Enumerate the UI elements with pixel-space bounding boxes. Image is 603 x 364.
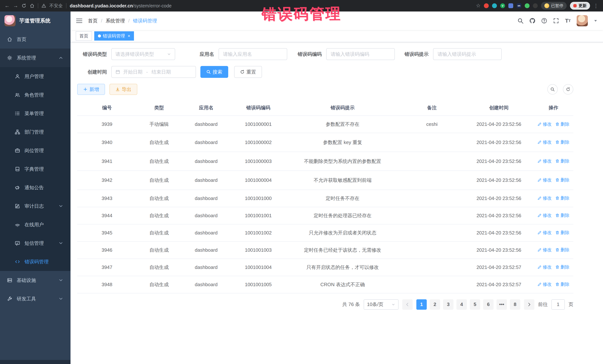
extension-icon[interactable] — [533, 3, 538, 8]
edit-link[interactable]: 修改 — [537, 139, 552, 145]
edit-link[interactable]: 修改 — [537, 212, 552, 218]
extension-icon[interactable] — [492, 3, 497, 8]
help-icon[interactable] — [541, 18, 547, 24]
edit-link[interactable]: 修改 — [537, 247, 552, 253]
bookmark-star-icon[interactable]: ☆ — [476, 3, 481, 8]
sidebar-item-用户管理[interactable]: 用户管理 — [0, 67, 70, 86]
error-hint-input[interactable] — [433, 48, 502, 60]
edit-link[interactable]: 修改 — [537, 177, 552, 183]
refresh-table-button[interactable] — [563, 84, 573, 95]
page-button-4[interactable]: 4 — [456, 299, 467, 310]
goto-page-input[interactable] — [551, 299, 565, 310]
page-button-5[interactable]: 5 — [470, 299, 480, 310]
page-button-2[interactable]: 2 — [430, 299, 440, 310]
reload-icon[interactable] — [22, 3, 26, 8]
edit-link[interactable]: 修改 — [537, 264, 552, 270]
page-size-select[interactable]: 10条/页 — [364, 299, 399, 310]
user-avatar[interactable] — [577, 15, 588, 26]
breadcrumb-item[interactable]: 系统管理 — [105, 18, 125, 24]
sidebar-item-审计日志[interactable]: 审计日志 — [0, 197, 70, 215]
page-button-1[interactable]: 1 — [416, 299, 427, 310]
back-icon[interactable]: ← — [4, 3, 10, 8]
edit-link[interactable]: 修改 — [537, 230, 552, 236]
column-header: 编号 — [77, 100, 137, 116]
filter-label-code: 错误码编码 — [287, 51, 322, 57]
sidebar-item-基础设施[interactable]: 基础设施 — [0, 271, 70, 289]
sidebar-item-短信管理[interactable]: 短信管理 — [0, 234, 70, 253]
extension-icon[interactable] — [484, 3, 489, 8]
page-button-3[interactable]: 3 — [443, 299, 453, 310]
export-button[interactable]: 导出 — [109, 84, 137, 95]
delete-link[interactable]: 删除 — [555, 158, 569, 164]
edit-link[interactable]: 修改 — [537, 281, 552, 287]
search-button[interactable]: 搜索 — [200, 66, 228, 78]
extension-icon[interactable]: on — [517, 3, 521, 8]
address-url[interactable]: dashboard.yudao.iocoder.cn/system/error-… — [70, 3, 172, 9]
kebab-menu-icon[interactable]: ⋮ — [593, 3, 599, 9]
sidebar-item-部门管理[interactable]: 部门管理 — [0, 123, 70, 141]
sidebar-item-岗位管理[interactable]: 岗位管理 — [0, 141, 70, 160]
delete-link[interactable]: 删除 — [555, 281, 569, 287]
sidebar-item-系统管理[interactable]: 系统管理 — [0, 49, 70, 67]
page-ellipsis[interactable]: ••• — [497, 299, 507, 310]
delete-link[interactable]: 删除 — [555, 264, 569, 270]
font-size-icon[interactable]: TT — [565, 18, 571, 23]
delete-link[interactable]: 删除 — [555, 230, 569, 236]
delete-link[interactable]: 删除 — [555, 247, 569, 253]
pagination: 共 76 条 10条/页 123456•••8 前往 — [77, 299, 573, 317]
reset-button[interactable]: 重置 — [234, 66, 262, 78]
forward-icon[interactable]: → — [13, 3, 18, 8]
toggle-search-button[interactable] — [547, 84, 558, 95]
edit-link[interactable]: 修改 — [537, 158, 552, 164]
sidebar-item-研发工具[interactable]: 研发工具 — [0, 289, 70, 308]
prev-page-button[interactable] — [402, 299, 413, 310]
delete-link[interactable]: 删除 — [555, 195, 569, 201]
page-button-8[interactable]: 8 — [510, 299, 520, 310]
cell-type: 自动生成 — [137, 152, 181, 171]
sidebar-item-错误码管理[interactable]: 错误码管理 — [0, 253, 70, 271]
sidebar-item-在线用户[interactable]: 在线用户 — [0, 215, 70, 234]
security-label[interactable]: 不安全 — [49, 3, 63, 9]
sidebar-item-首页[interactable]: 首页 — [0, 30, 70, 49]
add-button[interactable]: 新增 — [77, 84, 105, 95]
cell-type: 自动生成 — [137, 207, 181, 224]
sidebar-item-角色管理[interactable]: 角色管理 — [0, 86, 70, 104]
logo[interactable]: 芋道管理系统 — [0, 11, 70, 30]
column-header: 错误码编码 — [231, 100, 286, 116]
page-button-6[interactable]: 6 — [483, 299, 494, 310]
sidebar-item-菜单管理[interactable]: 菜单管理 — [0, 104, 70, 123]
extension-icon[interactable]: V — [500, 3, 505, 8]
tab-首页[interactable]: 首页 — [76, 31, 92, 41]
caret-down-icon[interactable] — [594, 19, 597, 22]
extension-icon[interactable] — [525, 3, 530, 8]
sidebar-item-通知公告[interactable]: 通知公告 — [0, 178, 70, 197]
tab-close-icon[interactable]: × — [128, 33, 130, 39]
sidebar-toggle-icon[interactable] — [76, 18, 82, 23]
sidebar-item-label: 部门管理 — [24, 129, 44, 135]
cell-remark — [400, 190, 464, 207]
fullscreen-icon[interactable] — [553, 18, 559, 24]
delete-link[interactable]: 删除 — [555, 121, 569, 127]
search-icon[interactable] — [517, 18, 523, 24]
next-page-button[interactable] — [524, 299, 534, 310]
tab-错误码管理[interactable]: 错误码管理× — [94, 31, 134, 41]
cell-hint: 不允许获取敏感配置到前端 — [286, 171, 400, 190]
app-name-input[interactable] — [219, 48, 287, 60]
gear-icon — [7, 55, 12, 60]
delete-link[interactable]: 删除 — [555, 177, 569, 183]
github-icon[interactable] — [529, 18, 535, 24]
error-code-input[interactable] — [326, 48, 395, 60]
breadcrumb-item[interactable]: 首页 — [88, 18, 98, 24]
column-header: 应用名 — [181, 100, 231, 116]
delete-link[interactable]: 删除 — [555, 139, 569, 145]
update-button[interactable]: 更新 — [570, 2, 590, 10]
home-icon[interactable] — [30, 3, 35, 8]
edit-link[interactable]: 修改 — [537, 195, 552, 201]
edit-link[interactable]: 修改 — [537, 121, 552, 127]
sidebar-item-字典管理[interactable]: 字典管理 — [0, 160, 70, 178]
create-time-range-picker[interactable]: 开始日期 - 结束日期 — [111, 66, 196, 78]
delete-link[interactable]: 删除 — [555, 212, 569, 218]
profile-paused-badge[interactable]: 已暂停 — [541, 2, 567, 10]
extension-icon[interactable] — [508, 3, 513, 8]
error-type-select[interactable]: 请选择错误码类型 — [111, 48, 175, 60]
